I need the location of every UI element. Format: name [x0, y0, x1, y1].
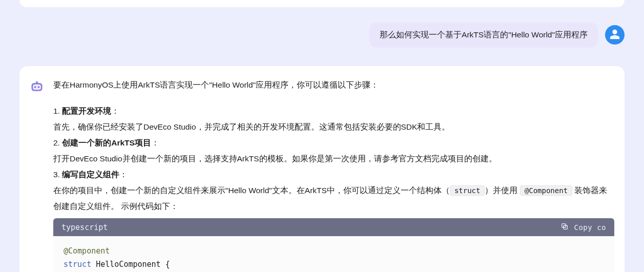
- user-message-row: 那么如何实现一个基于ArkTS语言的"Hello World"应用程序: [0, 23, 625, 48]
- copy-code-button[interactable]: Copy co: [560, 222, 606, 232]
- assistant-intro-text: 要在HarmonyOS上使用ArkTS语言实现一个"Hello World"应用…: [53, 78, 614, 92]
- code-line: @Component: [64, 244, 604, 258]
- previous-assistant-bubble-edge: [19, 0, 625, 7]
- step-body: 打开DevEco Studio并创建一个新的项目，选择支持ArkTS的模板。如果…: [53, 151, 614, 166]
- user-message-bubble: 那么如何实现一个基于ArkTS语言的"Hello World"应用程序: [369, 23, 598, 48]
- step-body: 首先，确保你已经安装了DevEco Studio，并完成了相关的开发环境配置。这…: [53, 119, 614, 135]
- step-colon: ：: [111, 107, 119, 115]
- svg-point-3: [38, 86, 40, 88]
- user-message-text: 那么如何实现一个基于ArkTS语言的"Hello World"应用程序: [380, 30, 588, 39]
- code-block: typescript Copy co @Componentstruct Hell…: [53, 218, 614, 272]
- step-body-text: 打开DevEco Studio并创建一个新的项目，选择支持ArkTS的模板。如果…: [53, 154, 497, 163]
- assistant-message-card: 要在HarmonyOS上使用ArkTS语言实现一个"Hello World"应用…: [19, 66, 625, 272]
- user-avatar-icon: [609, 29, 620, 41]
- code-line: struct HelloComponent {: [64, 258, 604, 271]
- inline-code: @Component: [520, 185, 572, 196]
- assistant-avatar-icon: [30, 79, 44, 94]
- inline-code: struct: [450, 185, 485, 196]
- code-token: HelloComponent: [96, 260, 160, 269]
- step-colon: ：: [119, 170, 128, 179]
- step-body: 在你的项目中，创建一个新的自定义组件来展示"Hello World"文本。在Ar…: [53, 182, 614, 214]
- step-title: 编写自定义组件: [62, 170, 119, 179]
- svg-rect-4: [36, 81, 38, 83]
- user-avatar[interactable]: [605, 25, 625, 45]
- step-heading: 3. 编写自定义组件：: [53, 166, 614, 182]
- step-number: 2.: [53, 138, 62, 147]
- copy-code-label: Copy co: [574, 223, 606, 232]
- step-colon: ：: [151, 138, 159, 147]
- code-token: [91, 260, 96, 269]
- step-heading: 1. 配置开发环境：: [53, 103, 614, 119]
- code-block-header: typescript Copy co: [53, 218, 614, 236]
- step-body-text: 在你的项目中，创建一个新的自定义组件来展示"Hello World"文本。在Ar…: [53, 186, 450, 195]
- step-number: 1.: [53, 107, 62, 115]
- code-language-label: typescript: [61, 223, 108, 232]
- step-title: 配置开发环境: [62, 107, 111, 115]
- step-body-text: ）并使用: [485, 186, 520, 195]
- code-token: [161, 260, 165, 269]
- steps-list: 1. 配置开发环境：首先，确保你已经安装了DevEco Studio，并完成了相…: [53, 103, 614, 214]
- code-token: struct: [64, 260, 91, 269]
- step-body-text: 首先，确保你已经安装了DevEco Studio，并完成了相关的开发环境配置。这…: [53, 122, 450, 131]
- svg-rect-1: [33, 84, 41, 90]
- code-token: @Component: [64, 246, 110, 256]
- code-token: {: [165, 260, 170, 269]
- svg-point-2: [34, 86, 36, 88]
- step-number: 3.: [53, 170, 62, 179]
- step-heading: 2. 创建一个新的ArkTS项目：: [53, 135, 614, 151]
- assistant-content: 要在HarmonyOS上使用ArkTS语言实现一个"Hello World"应用…: [53, 78, 614, 272]
- copy-icon: [560, 222, 569, 232]
- code-block-body[interactable]: @Componentstruct HelloComponent { @State…: [53, 236, 614, 272]
- step-title: 创建一个新的ArkTS项目: [62, 138, 151, 147]
